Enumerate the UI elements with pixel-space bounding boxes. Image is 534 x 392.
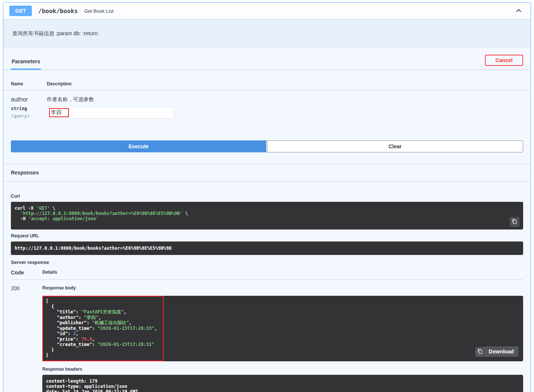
response-header-line: content-length: 179: [46, 379, 519, 384]
curl-command: curl: [15, 206, 25, 211]
parameter-location: (query): [11, 113, 47, 119]
parameter-description: 作者名称，可选参数: [47, 96, 523, 103]
column-name: Name: [11, 81, 47, 86]
response-body-block: [ { "title": "FastAPI开发实战", "author": "李…: [42, 296, 523, 361]
response-details-cell: Response body [ { "title": "FastAPI开发实战"…: [42, 285, 523, 392]
json-line: [: [46, 298, 157, 304]
http-method-badge: GET: [9, 6, 32, 16]
status-code: 200: [11, 285, 42, 392]
curl-flag-h: -H: [20, 216, 25, 221]
request-url-value: http://127.0.0.1:8000/book/books?author=…: [15, 246, 519, 251]
request-url-label: Request URL: [11, 233, 523, 238]
tab-parameters[interactable]: Parameters: [11, 56, 41, 70]
author-input[interactable]: 李四: [47, 107, 174, 119]
json-line: {: [46, 304, 157, 310]
curl-block: curl -X 'GET' \ 'http://127.0.0.1:8000/b…: [11, 202, 523, 230]
collapse-button[interactable]: [513, 6, 525, 16]
endpoint-summary-row[interactable]: GET /book/books Get Book List: [3, 3, 531, 19]
server-response-row: 200 Response body [ { "title": "FastAPI开…: [11, 280, 523, 392]
parameters-section-header: Parameters Cancel: [3, 48, 531, 70]
column-details: Details: [42, 270, 523, 276]
curl-flag-x: -X: [28, 206, 33, 211]
parameter-description-cell: 作者名称，可选参数 李四: [47, 96, 523, 119]
json-line: "id": 2,: [46, 331, 157, 337]
responses-inner: Curl curl -X 'GET' \ 'http://127.0.0.1:8…: [3, 194, 531, 392]
endpoint-panel: GET /book/books Get Book List 查询所有书籍信息 :…: [3, 2, 531, 392]
server-response-label: Server response: [11, 259, 523, 265]
parameter-type: string: [11, 106, 47, 111]
column-description: Description: [47, 81, 523, 86]
copy-curl-button[interactable]: [510, 217, 519, 227]
download-button[interactable]: Download: [484, 346, 519, 357]
json-line: "publisher": "机械工业出版社",: [46, 320, 157, 326]
endpoint-summary: Get Book List: [84, 8, 113, 14]
json-line: "author": "李四",: [46, 315, 157, 320]
curl-line-3: -H 'accept: application/json': [15, 216, 519, 221]
column-code: Code: [11, 270, 42, 276]
endpoint-path: /book/books: [38, 7, 78, 15]
curl-method-arg: 'GET': [36, 206, 50, 211]
response-headers-block: content-length: 179 content-type: applic…: [42, 375, 523, 392]
chevron-up-icon: [515, 10, 522, 15]
clipboard-icon: [477, 349, 483, 355]
execute-row: Execute Clear: [11, 140, 523, 152]
json-line: ]: [46, 353, 157, 358]
parameter-name: author: [11, 96, 47, 103]
response-header-line: date: Sat,24 Jan 2026 00:22:29 GMT: [46, 389, 519, 392]
json-line: "price": 79.8,: [46, 337, 157, 342]
clear-button[interactable]: Clear: [267, 140, 523, 152]
json-line: "title": "FastAPI开发实战",: [46, 309, 157, 315]
cancel-button[interactable]: Cancel: [485, 55, 523, 66]
curl-accept-header: 'accept: application/json': [28, 216, 99, 221]
responses-section: Responses Curl curl -X 'GET' \ 'http://1…: [3, 164, 531, 392]
curl-line-1: curl -X 'GET' \: [15, 206, 519, 211]
parameter-name-cell: author string (query): [11, 96, 47, 119]
parameters-table-header: Name Description: [3, 70, 531, 90]
server-response-table-header: Code Details: [11, 265, 523, 280]
curl-label: Curl: [11, 194, 523, 199]
json-line: "create_time": "2026-01-23T17:28:31": [46, 342, 157, 347]
json-line: "update_time": "2026-01-23T17:28:33",: [46, 326, 157, 331]
response-headers-label: Response headers: [42, 367, 523, 372]
annotation-highlight-box: [ { "title": "FastAPI开发实战", "author": "李…: [42, 296, 164, 361]
json-line: }: [46, 347, 157, 353]
responses-title: Responses: [3, 164, 531, 182]
curl-url-arg: 'http://127.0.0.1:8000/book/books?author…: [20, 211, 182, 216]
line-continuation: \: [185, 211, 188, 216]
execute-button[interactable]: Execute: [11, 140, 266, 152]
request-url-block: http://127.0.0.1:8000/book/books?author=…: [11, 241, 523, 255]
copy-response-button[interactable]: [475, 347, 485, 357]
line-continuation: \: [52, 206, 55, 211]
curl-line-2: 'http://127.0.0.1:8000/book/books?author…: [15, 211, 519, 216]
response-header-line: content-type: application/json: [46, 384, 519, 389]
annotation-highlight-box: 李四: [49, 108, 69, 117]
author-input-value: 李四: [51, 109, 61, 116]
endpoint-description: 查询所有书籍信息 :param db: :return:: [3, 19, 531, 48]
clipboard-icon: [512, 219, 517, 225]
response-body-label: Response body: [42, 285, 523, 291]
parameter-row: author string (query) 作者名称，可选参数 李四: [3, 90, 531, 119]
